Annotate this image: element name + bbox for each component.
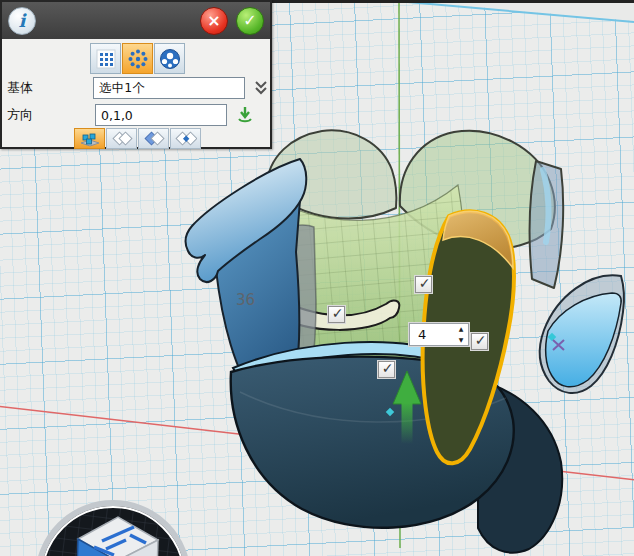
array-instance-checkbox-2[interactable]: ✓ xyxy=(328,306,345,323)
bottom-bowl-petal[interactable] xyxy=(231,342,562,553)
check-icon: ✓ xyxy=(475,335,487,345)
blue-white-diamond-icon xyxy=(143,131,165,147)
pattern-options-toolbar xyxy=(74,128,201,149)
direction-input[interactable] xyxy=(95,104,227,126)
info-icon[interactable]: i xyxy=(8,7,36,35)
check-icon: ✓ xyxy=(419,278,431,288)
confirm-button[interactable]: ✓ xyxy=(236,7,264,35)
circular-array-icon xyxy=(127,48,149,70)
rectangular-array-button[interactable] xyxy=(90,43,121,74)
array-instance-checkbox-1[interactable]: ✓ xyxy=(415,276,432,293)
array-feature-dialog: i × ✓ xyxy=(0,0,272,149)
diamond-center-dot-icon xyxy=(175,131,197,147)
check-icon: ✓ xyxy=(332,308,344,318)
array-mode-toolbar xyxy=(90,43,185,74)
check-icon: ✓ xyxy=(382,363,394,373)
pick-direction-icon[interactable] xyxy=(235,105,255,125)
direction-label: 方向 xyxy=(7,106,95,124)
pattern-adjust-button[interactable] xyxy=(138,128,169,149)
dimension-label: 36 xyxy=(236,291,255,309)
base-body-label: 基体 xyxy=(7,79,93,97)
array-count-value[interactable]: 4 xyxy=(410,327,454,342)
right-blue-petal[interactable] xyxy=(540,275,624,393)
cad-application-window: 36 ✓ ✓ ✓ ✓ 4 ▲ ▼ i × ✓ xyxy=(0,0,634,556)
array-instance-checkbox-4[interactable]: ✓ xyxy=(378,361,395,378)
double-diamond-icon xyxy=(111,131,133,147)
chevron-double-down-icon[interactable] xyxy=(253,79,269,97)
pattern-solid-cubes-icon xyxy=(79,131,101,147)
pattern-solid-button[interactable] xyxy=(74,128,105,149)
pattern-center-button[interactable] xyxy=(170,128,201,149)
array-instance-checkbox-3[interactable]: ✓ xyxy=(471,333,488,350)
array-count-spinner[interactable]: 4 ▲ ▼ xyxy=(409,323,469,346)
view-navigation-widget[interactable] xyxy=(30,495,200,556)
base-body-row: 基体 xyxy=(7,77,269,99)
grid-plane-edge xyxy=(396,0,634,22)
spinner-down-icon[interactable]: ▼ xyxy=(454,335,468,346)
dialog-titlebar[interactable]: i × ✓ xyxy=(2,2,270,39)
base-body-input[interactable] xyxy=(93,77,245,99)
spinner-up-icon[interactable]: ▲ xyxy=(454,324,468,335)
fill-array-sphere-icon xyxy=(159,48,181,70)
pattern-identical-button[interactable] xyxy=(106,128,137,149)
fill-array-button[interactable] xyxy=(154,43,185,74)
cancel-button[interactable]: × xyxy=(200,7,228,35)
circular-array-button[interactable] xyxy=(122,43,153,74)
rectangular-array-icon xyxy=(96,49,116,69)
direction-row: 方向 xyxy=(7,104,269,126)
